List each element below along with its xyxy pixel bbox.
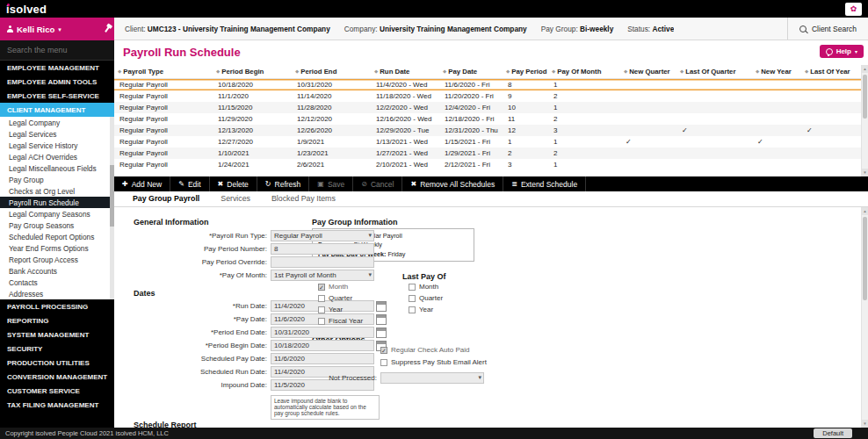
field-period-end-date-input[interactable]: 10/31/2020 xyxy=(271,327,374,338)
schedule-row-0[interactable]: Regular Payroll10/18/202010/31/202011/4/… xyxy=(114,79,861,91)
profile-selector[interactable]: Default xyxy=(814,428,852,438)
tab-services[interactable]: Services xyxy=(211,191,260,206)
field-pay-of-month-select[interactable]: 1st Payroll of Month xyxy=(271,270,374,281)
user-menu[interactable]: Kelli Rico ▾ xyxy=(0,18,114,40)
sidebar-item-legal-service-history[interactable]: Legal Service History xyxy=(0,140,114,151)
sidebar-item-pay-group[interactable]: Pay Group xyxy=(0,174,114,185)
form-scroll-thumb[interactable] xyxy=(863,217,867,300)
column-header-payroll-type[interactable]: ◆Payroll Type xyxy=(114,65,213,79)
help-button[interactable]: Help ▾ xyxy=(820,45,864,58)
menu-search-input[interactable] xyxy=(0,40,114,61)
remove-all-schedules-button[interactable]: ✖Remove All Schedules xyxy=(402,176,503,191)
sidebar-item-pay-group-seasons[interactable]: Pay Group Seasons xyxy=(0,220,114,231)
calendar-icon[interactable] xyxy=(376,301,387,312)
last-pay-of-month-checkbox[interactable]: Month xyxy=(409,283,438,291)
edit-button[interactable]: ✎Edit xyxy=(170,176,209,191)
column-header-pay-period[interactable]: ◆Pay Period xyxy=(503,65,548,79)
client-search-button[interactable]: Client Search xyxy=(787,18,868,40)
sidebar-item-contacts[interactable]: Contacts xyxy=(0,277,114,288)
pin-icon[interactable] xyxy=(105,26,110,32)
schedule-row-3[interactable]: Regular Payroll11/29/202012/12/202012/16… xyxy=(114,113,861,125)
schedule-row-5[interactable]: Regular Payroll12/27/20201/9/20211/13/20… xyxy=(114,136,861,148)
sidebar-item-legal-company[interactable]: Legal Company xyxy=(0,117,114,128)
tab-pay-group-payroll[interactable]: Pay Group Payroll xyxy=(123,191,209,206)
sidebar-section-employee-management[interactable]: EMPLOYEE MANAGEMENT xyxy=(0,61,114,75)
scroll-down-icon[interactable]: ▼ xyxy=(862,420,868,428)
sidebar-section-reporting[interactable]: REPORTING xyxy=(0,313,114,327)
sidebar-section-security[interactable]: SECURITY xyxy=(0,342,114,356)
column-header-last-of-quarter[interactable]: ◆Last Of Quarter xyxy=(676,65,752,79)
field-pay-of-month: *Pay Of Month:1st Payroll of Month xyxy=(134,270,374,281)
cell: 2 xyxy=(548,113,620,125)
add-new-button[interactable]: ✚Add New xyxy=(114,176,170,191)
schedule-row-2[interactable]: Regular Payroll11/15/202011/28/202012/2/… xyxy=(114,102,861,113)
column-header-run-date[interactable]: ◆Run Date xyxy=(371,65,439,79)
help-icon xyxy=(826,48,833,55)
sidebar-item-legal-ach-overrides[interactable]: Legal ACH Overrides xyxy=(0,151,114,162)
scroll-up-icon[interactable]: ▲ xyxy=(862,65,868,73)
scroll-up-icon[interactable]: ▲ xyxy=(862,207,868,215)
option-suppress-pay-stub-email-alert-checkbox[interactable]: Suppress Pay Stub Email Alert xyxy=(380,358,487,366)
sidebar-section-conversion-management[interactable]: CONVERSION MANAGEMENT xyxy=(0,370,114,384)
sidebar-item-payroll-run-schedule[interactable]: Payroll Run Schedule xyxy=(0,197,114,208)
client-label: Client: xyxy=(125,25,148,33)
schedule-row-7[interactable]: Regular Payroll1/24/20212/6/20212/10/202… xyxy=(114,159,861,170)
grid-scroll-thumb[interactable] xyxy=(863,75,867,119)
sort-icon: ◆ xyxy=(552,68,555,74)
column-header-period-begin[interactable]: ◆Period Begin xyxy=(213,65,292,79)
user-name: Kelli Rico xyxy=(17,25,54,34)
first-pay-of-fiscal-year-checkbox[interactable]: Fiscal Year xyxy=(318,317,363,325)
sidebar-item-report-group-access[interactable]: Report Group Access xyxy=(0,254,114,265)
first-pay-of-quarter-checkbox[interactable]: Quarter xyxy=(318,294,352,302)
field-pay-period-number-input[interactable]: 8 xyxy=(271,243,374,255)
column-header-new-quarter[interactable]: ◆New Quarter xyxy=(620,65,676,79)
column-header-last-of-year[interactable]: ◆Last Of Year xyxy=(801,65,861,79)
sidebar-item-addresses[interactable]: Addresses xyxy=(0,288,114,299)
brand-flower-icon[interactable]: ✿ xyxy=(845,3,862,16)
sidebar-item-scheduled-report-options[interactable]: Scheduled Report Options xyxy=(0,231,114,242)
column-header-new-year[interactable]: ◆New Year xyxy=(752,65,801,79)
sidebar-section-tax-filing-management[interactable]: TAX FILING MANAGEMENT xyxy=(0,398,114,412)
field-scheduled-pay-date-input[interactable]: 11/6/2020 xyxy=(271,353,374,364)
field-payroll-run-type-select[interactable]: Regular Payroll xyxy=(271,230,374,241)
scroll-down-icon[interactable]: ▼ xyxy=(862,169,868,176)
field-pay-period-override-input[interactable] xyxy=(271,256,374,268)
sidebar-section-employee-admin-tools[interactable]: EMPLOYEE ADMIN TOOLS xyxy=(0,75,114,89)
checkbox-box xyxy=(380,359,387,366)
sidebar-item-year-end-forms-options[interactable]: Year End Forms Options xyxy=(0,242,114,254)
column-header-pay-of-month[interactable]: ◆Pay Of Month xyxy=(548,65,620,79)
schedule-row-6[interactable]: Regular Payroll1/10/20211/23/20211/27/20… xyxy=(114,148,861,159)
delete-button[interactable]: ✖Delete xyxy=(210,176,257,191)
calendar-icon[interactable] xyxy=(376,314,387,325)
cell xyxy=(801,90,861,102)
sidebar-item-legal-services[interactable]: Legal Services xyxy=(0,128,114,140)
tab-blocked-pay-items[interactable]: Blocked Pay Items xyxy=(262,191,345,206)
sidebar-item-checks-at-org-level[interactable]: Checks at Org Level xyxy=(0,185,114,197)
sidebar-section-employee-self-service[interactable]: EMPLOYEE SELF-SERVICE xyxy=(0,89,114,103)
option-regular-check-auto-paid-checkbox[interactable]: ✓Regular Check Auto Paid xyxy=(380,346,469,354)
schedule-row-1[interactable]: Regular Payroll11/1/202011/14/202011/18/… xyxy=(114,90,861,102)
sidebar-section-system-management[interactable]: SYSTEM MANAGEMENT xyxy=(0,327,114,342)
form-scrollbar[interactable]: ▲ ▼ xyxy=(861,207,868,428)
grid-scrollbar[interactable]: ▲ ▼ xyxy=(861,65,868,176)
sidebar-item-bank-accounts[interactable]: Bank Accounts xyxy=(0,265,114,277)
sidebar-section-production-utilities[interactable]: PRODUCTION UTILITIES xyxy=(0,356,114,370)
extend-schedule-button[interactable]: ≣Extend Schedule xyxy=(503,176,586,191)
last-pay-of-year-checkbox[interactable]: Year xyxy=(409,306,433,313)
last-pay-of-quarter-checkbox[interactable]: Quarter xyxy=(409,294,443,302)
sidebar-section-payroll-processing[interactable]: PAYROLL PROCESSING xyxy=(0,299,114,313)
sidebar-item-legal-company-seasons[interactable]: Legal Company Seasons xyxy=(0,208,114,220)
sidebar-item-legal-miscellaneous-fields[interactable]: Legal Miscellaneous Fields xyxy=(0,162,114,174)
refresh-button[interactable]: ↻Refresh xyxy=(257,176,309,191)
field-period-begin-date-input[interactable]: 10/18/2020 xyxy=(271,340,374,351)
column-header-pay-date[interactable]: ◆Pay Date xyxy=(439,65,503,79)
schedule-row-4[interactable]: Regular Payroll12/13/202012/26/202012/29… xyxy=(114,125,861,136)
sidebar-section-customer-service[interactable]: CUSTOMER SERVICE xyxy=(0,384,114,398)
first-pay-of-year-checkbox[interactable]: Year xyxy=(318,306,343,313)
calendar-icon[interactable] xyxy=(376,327,387,338)
field-not-processed-select[interactable] xyxy=(380,372,484,384)
sidebar-section-client-management[interactable]: CLIENT MANAGEMENT xyxy=(0,103,114,117)
cell: 2 xyxy=(503,148,548,159)
column-header-period-end[interactable]: ◆Period End xyxy=(292,65,371,79)
first-pay-of-month-checkbox[interactable]: ✓Month xyxy=(318,283,348,291)
